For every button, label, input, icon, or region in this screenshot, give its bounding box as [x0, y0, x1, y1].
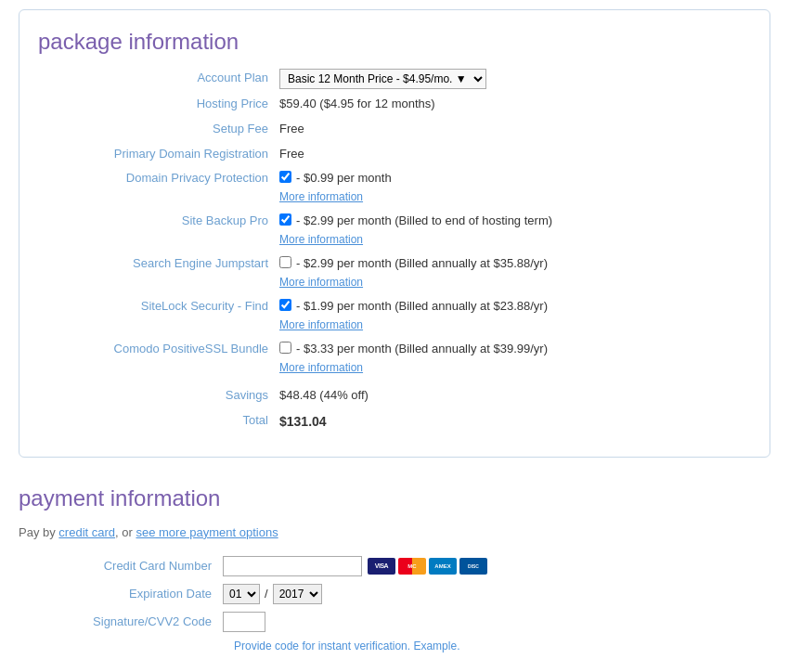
domain-privacy-checkbox-row: - $0.99 per month	[279, 169, 742, 188]
comodo-checkbox-row: - $3.33 per month (Billed annually at $3…	[279, 340, 742, 359]
account-plan-row: Account Plan Basic 12 Month Price - $4.9…	[38, 69, 742, 89]
more-payment-options-link[interactable]: see more payment options	[136, 525, 278, 539]
sitelock-value: - $1.99 per month (Billed annually at $2…	[279, 297, 742, 334]
expiry-separator: /	[265, 587, 268, 601]
domain-privacy-label: Domain Privacy Protection	[38, 169, 279, 188]
site-backup-label: Site Backup Pro	[38, 212, 279, 231]
sitelock-text: - $1.99 per month (Billed annually at $2…	[296, 297, 548, 317]
site-backup-checkbox[interactable]	[279, 213, 291, 226]
credit-card-value: VISA MC AMEX DISC	[223, 556, 770, 576]
example-link[interactable]: Example.	[413, 640, 459, 653]
expiration-date-label: Expiration Date	[19, 587, 223, 601]
cvv-label: Signature/CVV2 Code	[19, 614, 223, 628]
cvv-value	[223, 612, 770, 632]
savings-row: Savings $48.48 (44% off)	[38, 386, 742, 406]
search-engine-text: - $2.99 per month (Billed annually at $3…	[296, 254, 548, 274]
expiration-year-select[interactable]: 201720182019 202020212022 202320242025	[273, 584, 322, 604]
search-engine-checkbox[interactable]	[279, 256, 291, 268]
amex-icon: AMEX	[429, 558, 457, 575]
comodo-row: Comodo PositiveSSL Bundle - $3.33 per mo…	[38, 340, 742, 377]
site-backup-more-info[interactable]: More information	[279, 231, 742, 249]
account-plan-label: Account Plan	[38, 69, 279, 88]
credit-card-input[interactable]	[223, 556, 362, 576]
total-value: $131.04	[279, 411, 742, 432]
expiration-month-select[interactable]: 01020304 05060708 09101112	[223, 584, 260, 604]
comodo-value: - $3.33 per month (Billed annually at $3…	[279, 340, 742, 377]
setup-fee-row: Setup Fee Free	[38, 120, 742, 139]
sitelock-checkbox-row: - $1.99 per month (Billed annually at $2…	[279, 297, 742, 317]
domain-privacy-value: - $0.99 per month More information	[279, 169, 742, 206]
comodo-text: - $3.33 per month (Billed annually at $3…	[296, 340, 548, 359]
sitelock-row: SiteLock Security - Find - $1.99 per mon…	[38, 297, 742, 334]
total-label: Total	[38, 411, 279, 431]
sitelock-more-info[interactable]: More information	[279, 317, 742, 334]
primary-domain-label: Primary Domain Registration	[38, 145, 279, 164]
payment-section-title: payment information	[19, 485, 770, 511]
site-backup-row: Site Backup Pro - $2.99 per month (Bille…	[38, 212, 742, 249]
primary-domain-row: Primary Domain Registration Free	[38, 145, 742, 164]
site-backup-checkbox-row: - $2.99 per month (Billed to end of host…	[279, 212, 742, 231]
account-plan-value: Basic 12 Month Price - $4.95/mo. ▼ Basic…	[279, 69, 742, 89]
visa-icon: VISA	[368, 558, 395, 575]
card-icons: VISA MC AMEX DISC	[368, 558, 487, 575]
payment-information-section: payment information Pay by credit card, …	[19, 485, 770, 671]
credit-card-label: Credit Card Number	[19, 559, 223, 573]
search-engine-row: Search Engine Jumpstart - $2.99 per mont…	[38, 254, 742, 291]
cvv-row: Signature/CVV2 Code	[19, 612, 770, 632]
account-plan-select[interactable]: Basic 12 Month Price - $4.95/mo. ▼ Basic…	[279, 69, 486, 89]
provide-code-static: Provide code for instant verification.	[234, 640, 413, 653]
provide-code-text: Provide code for instant verification. E…	[223, 640, 770, 653]
cvv-input[interactable]	[223, 612, 265, 632]
expiration-date-row: Expiration Date 01020304 05060708 091011…	[19, 584, 770, 604]
comodo-label: Comodo PositiveSSL Bundle	[38, 340, 279, 359]
comodo-more-info[interactable]: More information	[279, 359, 742, 377]
expiration-date-value: 01020304 05060708 09101112 / 20172018201…	[223, 584, 770, 604]
domain-privacy-checkbox[interactable]	[279, 171, 291, 183]
package-information-box: package information Account Plan Basic 1…	[19, 9, 770, 458]
mastercard-icon: MC	[398, 558, 426, 575]
hosting-price-value: $59.40 ($4.95 for 12 months)	[279, 95, 742, 114]
hosting-price-label: Hosting Price	[38, 95, 279, 114]
domain-privacy-text: - $0.99 per month	[296, 169, 392, 188]
pay-note: Pay by credit card, or see more payment …	[19, 525, 770, 539]
savings-value: $48.48 (44% off)	[279, 386, 742, 406]
search-engine-more-info[interactable]: More information	[279, 274, 742, 291]
sitelock-label: SiteLock Security - Find	[38, 297, 279, 317]
savings-label: Savings	[38, 386, 279, 406]
site-backup-text: - $2.99 per month (Billed to end of host…	[296, 212, 552, 231]
credit-card-row: Credit Card Number VISA MC AMEX DISC	[19, 556, 770, 576]
setup-fee-label: Setup Fee	[38, 120, 279, 139]
credit-card-link[interactable]: credit card	[58, 525, 115, 539]
setup-fee-value: Free	[279, 120, 742, 139]
total-row: Total $131.04	[38, 411, 742, 432]
expiry-group: 01020304 05060708 09101112 / 20172018201…	[223, 584, 322, 604]
package-section-title: package information	[38, 29, 742, 55]
comodo-checkbox[interactable]	[279, 342, 291, 354]
search-engine-checkbox-row: - $2.99 per month (Billed annually at $3…	[279, 254, 742, 274]
sitelock-checkbox[interactable]	[279, 299, 291, 311]
domain-privacy-more-info[interactable]: More information	[279, 188, 742, 206]
search-engine-value: - $2.99 per month (Billed annually at $3…	[279, 254, 742, 291]
site-backup-value: - $2.99 per month (Billed to end of host…	[279, 212, 742, 249]
hosting-price-row: Hosting Price $59.40 ($4.95 for 12 month…	[38, 95, 742, 114]
discover-icon: DISC	[459, 558, 487, 575]
primary-domain-value: Free	[279, 145, 742, 164]
search-engine-label: Search Engine Jumpstart	[38, 254, 279, 274]
domain-privacy-row: Domain Privacy Protection - $0.99 per mo…	[38, 169, 742, 206]
